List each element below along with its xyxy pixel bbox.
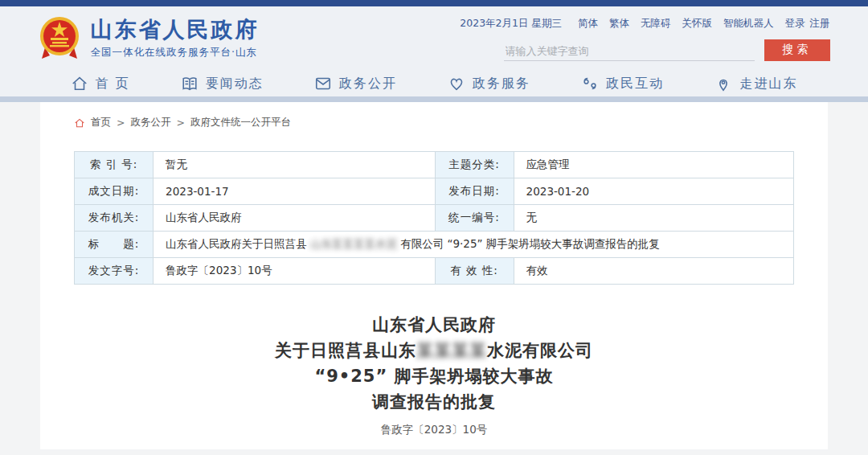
current-date: 2023年2月1日 星期三 bbox=[460, 17, 562, 31]
breadcrumb-separator: > bbox=[176, 117, 184, 129]
nav-item-about-shandong[interactable]: 走进山东 bbox=[714, 75, 797, 92]
site-header: 山东省人民政府 全国一体化在线政务服务平台·山东 2023年2月1日 星期三 简… bbox=[0, 6, 868, 71]
title-suffix: 有限公司 “9·25” 脚手架坍塌较大事故调查报告的批复 bbox=[400, 237, 660, 250]
heading-line-3: “9•25” 脚手架坍塌较大事故 bbox=[40, 363, 828, 389]
map-pin-icon bbox=[714, 75, 732, 92]
nav-item-interaction[interactable]: 政民互动 bbox=[581, 75, 664, 92]
link-smart-robot[interactable]: 智能机器人 bbox=[723, 17, 774, 31]
document-heading: 山东省人民政府 关于日照莒县山东某某某某水泥有限公司 “9•25” 脚手架坍塌较… bbox=[40, 312, 828, 437]
main-nav: 首 页 要闻动态 政务公开 政务服务 政民互动 bbox=[0, 71, 868, 102]
breadcrumb-item-platform[interactable]: 政府文件统一公开平台 bbox=[190, 116, 291, 129]
validity-label: 有 效 性: bbox=[435, 258, 514, 285]
unified-number-label: 统一编号: bbox=[435, 205, 514, 232]
link-accessibility[interactable]: 无障碍 bbox=[641, 17, 671, 31]
breadcrumb-separator: > bbox=[117, 117, 125, 129]
redacted-text: 山东某某某某水泥 bbox=[310, 237, 397, 250]
link-simplified[interactable]: 简体 bbox=[578, 17, 598, 31]
chat-icon bbox=[581, 75, 599, 92]
table-row: 标 题: 山东省人民政府关于日照莒县 山东某某某某水泥 有限公司 “9·25” … bbox=[75, 232, 794, 258]
index-number-value: 暂无 bbox=[154, 152, 435, 178]
issuing-agency-label: 发布机关: bbox=[75, 205, 154, 232]
issuing-agency-value: 山东省人民政府 bbox=[154, 205, 435, 232]
site-brand[interactable]: 山东省人民政府 全国一体化在线政务服务平台·山东 bbox=[39, 15, 260, 62]
title-value: 山东省人民政府关于日照莒县 山东某某某某水泥 有限公司 “9·25” 脚手架坍塌… bbox=[154, 232, 794, 258]
top-accent-bar bbox=[0, 0, 868, 6]
table-row: 索 引 号: 暂无 主题分类: 应急管理 bbox=[75, 152, 794, 178]
mail-icon bbox=[314, 75, 332, 92]
nav-item-label: 要闻动态 bbox=[206, 76, 264, 92]
nav-item-news[interactable]: 要闻动态 bbox=[181, 75, 264, 92]
nav-item-label: 政务服务 bbox=[473, 76, 530, 92]
table-row: 发文字号: 鲁政字〔2023〕10号 有 效 性: 有效 bbox=[75, 258, 794, 285]
breadcrumb-home-icon bbox=[74, 117, 85, 129]
document-meta-table: 索 引 号: 暂无 主题分类: 应急管理 成文日期: 2023-01-17 发布… bbox=[74, 151, 794, 285]
site-title: 山东省人民政府 bbox=[91, 18, 260, 42]
heading-line-2: 关于日照莒县山东某某某某水泥有限公司 bbox=[40, 338, 828, 363]
heart-icon bbox=[448, 75, 465, 92]
table-row: 成文日期: 2023-01-17 发布日期: 2023-01-20 bbox=[75, 178, 794, 205]
nav-item-gov-services[interactable]: 政务服务 bbox=[448, 75, 530, 92]
written-date-value: 2023-01-17 bbox=[154, 178, 435, 205]
topic-category-label: 主题分类: bbox=[435, 152, 514, 178]
breadcrumb-item-home[interactable]: 首页 bbox=[91, 116, 111, 129]
nav-item-label: 首 页 bbox=[96, 76, 130, 92]
validity-value: 有效 bbox=[514, 258, 793, 285]
unified-number-value: 无 bbox=[514, 205, 793, 232]
nav-item-home[interactable]: 首 页 bbox=[71, 75, 130, 92]
breadcrumb-item-gov-info[interactable]: 政务公开 bbox=[130, 116, 170, 129]
doc-number-value: 鲁政字〔2023〕10号 bbox=[154, 258, 435, 285]
search-button[interactable]: 搜索 bbox=[764, 39, 830, 61]
table-row: 发布机关: 山东省人民政府 统一编号: 无 bbox=[75, 205, 794, 232]
link-register[interactable]: 注册 bbox=[810, 17, 830, 31]
link-care-version[interactable]: 关怀版 bbox=[682, 17, 713, 31]
national-emblem-icon bbox=[39, 15, 80, 62]
home-icon bbox=[71, 75, 88, 92]
redacted-text: 某某某某 bbox=[416, 341, 487, 360]
site-subtitle: 全国一体化在线政务服务平台·山东 bbox=[91, 46, 260, 59]
heading-line-2-prefix: 关于日照莒县山东 bbox=[275, 341, 416, 360]
title-label: 标 题: bbox=[75, 232, 154, 258]
breadcrumb: 首页 > 政务公开 > 政府文件统一公开平台 bbox=[74, 116, 828, 129]
book-icon bbox=[181, 75, 199, 92]
heading-line-2-suffix: 水泥有限公司 bbox=[487, 341, 593, 360]
heading-line-1: 山东省人民政府 bbox=[40, 312, 828, 338]
nav-item-label: 政务公开 bbox=[339, 76, 397, 92]
heading-line-4: 调查报告的批复 bbox=[40, 389, 828, 415]
utility-links: 2023年2月1日 星期三 简体 繁体 无障碍 关怀版 智能机器人 登录 注册 bbox=[460, 17, 829, 31]
link-traditional[interactable]: 繁体 bbox=[609, 17, 629, 31]
index-number-label: 索 引 号: bbox=[75, 152, 154, 178]
main-content: 首页 > 政务公开 > 政府文件统一公开平台 索 引 号: 暂无 主题分类: 应… bbox=[40, 102, 828, 449]
nav-item-label: 政民互动 bbox=[606, 76, 664, 92]
doc-number-label: 发文字号: bbox=[75, 258, 154, 285]
title-prefix: 山东省人民政府关于日照莒县 bbox=[166, 237, 307, 250]
publish-date-label: 发布日期: bbox=[435, 178, 514, 205]
nav-item-label: 走进山东 bbox=[739, 76, 797, 92]
search-input[interactable] bbox=[504, 42, 755, 61]
document-number: 鲁政字〔2023〕10号 bbox=[40, 423, 828, 437]
topic-category-value: 应急管理 bbox=[514, 152, 793, 178]
written-date-label: 成文日期: bbox=[75, 178, 154, 205]
link-login[interactable]: 登录 bbox=[785, 17, 805, 31]
publish-date-value: 2023-01-20 bbox=[514, 178, 793, 205]
nav-item-gov-info[interactable]: 政务公开 bbox=[314, 75, 397, 92]
